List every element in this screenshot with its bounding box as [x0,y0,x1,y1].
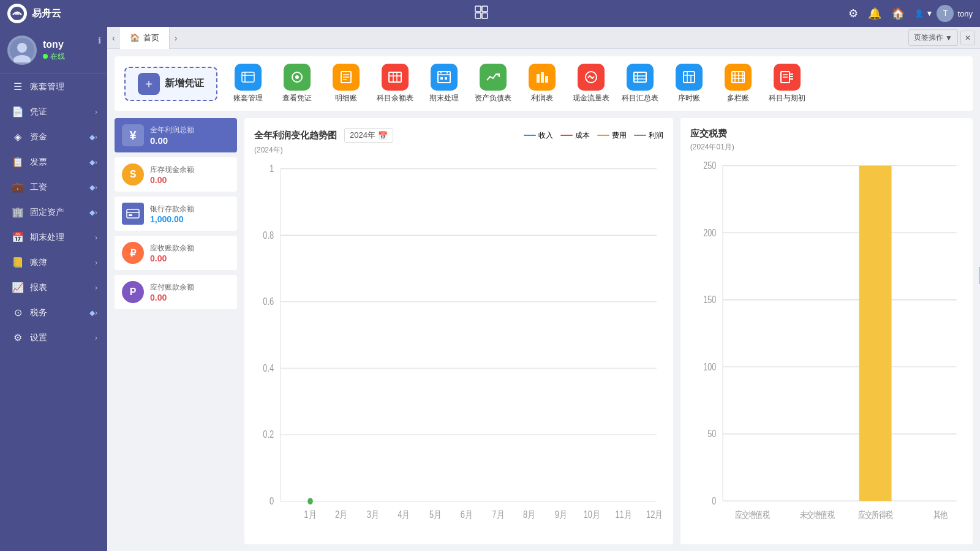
profit-chart-svg: 1 0.8 0.6 0.4 0.2 0 1月 2月 3月 4月 [254,160,663,534]
svg-rect-48 [127,209,139,218]
cash-balance-label: 库存现金余额 [150,165,230,175]
add-window-button[interactable] [475,6,488,22]
quick-item-period-proc[interactable]: 期末处理 [426,64,462,103]
logo-icon [7,4,27,23]
online-dot [43,54,48,59]
profit-chart-title: 全年利润变化趋势图 [254,130,337,141]
sidebar-item-settings[interactable]: ⚙ 设置 › [0,325,107,350]
capital-diamond: ◆ [89,133,95,141]
svg-text:6月: 6月 [461,509,473,520]
capital-arrow: › [95,133,97,141]
assets-liab-label: 资产负债表 [475,93,511,103]
svg-point-6 [17,43,27,53]
new-voucher-btn[interactable]: ＋ 新增凭证 [124,67,217,101]
sidebar-item-tax[interactable]: ⊙ 税务 ◆ › [0,300,107,325]
svg-text:2月: 2月 [335,509,347,520]
tab-close-btn[interactable]: ✕ [960,31,975,45]
svg-rect-27 [537,74,540,83]
tax-chart-title: 应交税费 [690,128,727,140]
svg-text:100: 100 [703,361,716,372]
quick-item-assets-liab[interactable]: 资产负债表 [475,64,511,103]
tax-diamond: ◆ [89,309,95,317]
svg-rect-50 [129,214,132,216]
stat-payable[interactable]: P 应付账款余额 0.00 [115,275,237,309]
tab-prev-btn[interactable]: ‹ [107,27,120,49]
accounts-icon: ☰ [12,81,24,92]
svg-rect-2 [482,6,488,12]
notification-icon[interactable]: 🔔 [868,7,881,20]
legend-expense-line [597,135,609,136]
sidebar-item-period[interactable]: 📅 期末处理 › [0,225,107,250]
profit-chart-subtitle: (2024年) [254,145,663,156]
user-avatar: T [937,5,954,22]
quick-item-account-mgr[interactable]: 账套管理 [230,64,266,103]
view-voucher-label: 查看凭证 [282,93,312,103]
stat-bank-balance[interactable]: 银行存款余额 1,000.00 [115,197,237,231]
invoice-arrow: › [95,158,97,167]
payable-value: 0.00 [150,293,230,302]
account-mgr-icon [235,64,262,91]
svg-rect-25 [440,77,443,80]
quick-item-time-ledger[interactable]: 序时账 [671,64,707,103]
time-ledger-icon [676,64,703,91]
quick-item-profit-loss[interactable]: 利润表 [524,64,560,103]
svg-text:1月: 1月 [304,509,316,520]
sidebar-item-ledger[interactable]: 📒 账簿 › [0,250,107,275]
sidebar-item-accounts[interactable]: ☰ 账套管理 [0,74,107,99]
quick-item-subject-period[interactable]: 科目与期初 [769,64,805,103]
tax-chart-header: 应交税费 [690,128,963,140]
sidebar-item-invoice[interactable]: 📋 发票 ◆ › [0,149,107,174]
stat-total-profit[interactable]: ¥ 全年利润总额 0.00 [115,118,237,152]
tab-actions-btn[interactable]: 页签操作 ▼ [908,29,958,46]
fixed-assets-diamond: ◆ [89,208,95,217]
payable-info: 应付账款余额 0.00 [150,282,230,302]
invoice-diamond: ◆ [89,158,95,167]
tab-home[interactable]: 🏠 首页 [120,27,170,49]
sidebar-item-capital[interactable]: ◈ 资金 ◆ › [0,124,107,149]
settings-icon[interactable]: ⚙ [848,7,858,20]
svg-text:其他: 其他 [933,509,948,520]
svg-rect-3 [475,13,481,18]
svg-text:0: 0 [712,495,716,506]
subject-summary-icon [627,64,654,91]
sidebar-item-reports[interactable]: 📈 报表 › [0,275,107,300]
quick-item-detail-ledger[interactable]: 明细账 [328,64,364,103]
sidebar-item-salary[interactable]: 💼 工资 ◆ › [0,174,107,200]
svg-text:50: 50 [707,429,716,440]
settings-arrow: › [95,334,97,342]
assets-liab-icon [480,64,507,91]
ledger-arrow: › [95,258,97,267]
quick-item-multi-col[interactable]: 多栏账 [720,64,756,103]
capital-icon: ◈ [12,131,24,143]
reports-icon: 📈 [12,282,24,293]
quick-item-cashflow[interactable]: 现金流量表 [573,64,609,103]
svg-rect-31 [634,72,646,82]
quick-item-view-voucher[interactable]: 查看凭证 [279,64,315,103]
bank-balance-info: 银行存款余额 1,000.00 [150,204,230,224]
svg-rect-1 [475,6,481,12]
voucher-arrow: › [95,108,97,116]
stat-cash-balance[interactable]: S 库存现金余额 0.00 [115,157,237,192]
total-profit-info: 全年利润总额 0.00 [150,125,230,146]
svg-rect-29 [545,76,548,83]
svg-text:0.4: 0.4 [263,362,274,373]
account-mgr-label: 账套管理 [233,93,263,103]
profit-year-select[interactable]: 2024年 📅 [344,128,393,143]
sidebar-item-voucher[interactable]: 📄 凭证 › [0,99,107,124]
user-area[interactable]: 👤 ▼ T tony [914,5,973,22]
sidebar-item-fixed-assets[interactable]: 🏢 固定资产 ◆ › [0,200,107,225]
quick-item-subject-balance[interactable]: 科目余额表 [377,64,413,103]
sidebar: tony 在线 ℹ ☰ 账套管理 📄 凭证 › ◈ [0,27,107,551]
svg-text:4月: 4月 [398,509,410,520]
stat-receivable[interactable]: ₽ 应收账款余额 0.00 [115,236,237,270]
quick-item-subject-summary[interactable]: 科目汇总表 [622,64,658,103]
user-info-icon[interactable]: ℹ [98,36,101,45]
tab-next-btn[interactable]: › [170,27,183,49]
tax-chart-card: 应交税费 (2024年01月) [680,118,973,544]
home-icon[interactable]: 🏠 [891,7,905,20]
fixed-assets-arrow: › [95,208,97,217]
bank-balance-icon [122,203,144,225]
tax-chart-svg: 250 200 150 100 50 0 [690,157,963,534]
receivable-icon: ₽ [122,242,144,264]
svg-text:9月: 9月 [555,509,567,520]
